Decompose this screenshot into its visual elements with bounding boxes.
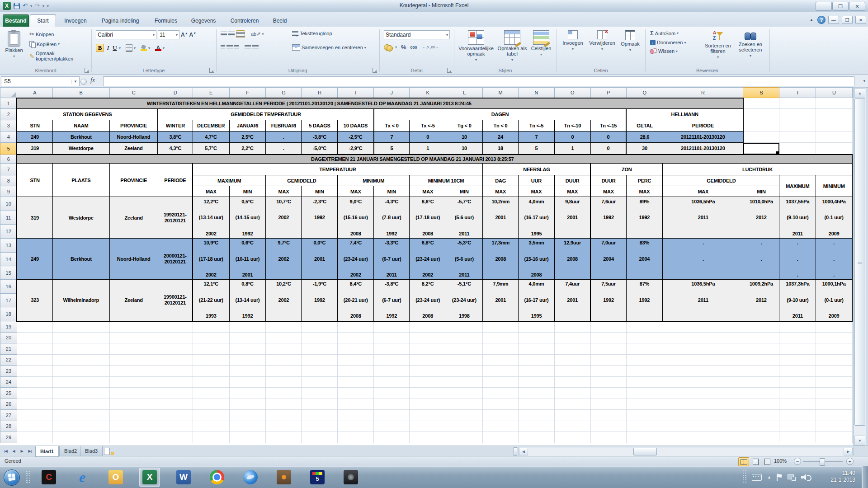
cell[interactable]: 10 — [446, 143, 483, 155]
page-break-view-icon[interactable] — [762, 457, 773, 466]
empty-cell[interactable] — [743, 343, 779, 355]
cell[interactable]: 12,1°C(21-22 uur)1993 — [193, 280, 229, 321]
name-box[interactable]: S5 ▼ — [1, 76, 80, 86]
empty-cell[interactable] — [663, 421, 743, 432]
empty-cell[interactable] — [743, 332, 779, 343]
first-sheet-icon[interactable]: |◀ — [2, 447, 9, 455]
empty-cell[interactable] — [483, 354, 519, 366]
cell[interactable]: 4,3°C — [158, 143, 193, 155]
empty-cell[interactable] — [52, 432, 109, 443]
row-header-17[interactable]: 17 — [0, 294, 17, 307]
cell[interactable]: 0,8°C(13-14 uur)1992 — [229, 280, 266, 321]
delete-cells-button[interactable]: ✕ Verwijderen▾ — [587, 28, 617, 52]
zoom-out-icon[interactable]: − — [794, 458, 801, 465]
lettertype-dialog-launcher-icon[interactable] — [209, 68, 214, 73]
cell[interactable]: Tn <-10 — [554, 120, 590, 131]
cell[interactable]: 10 DAAGS — [338, 120, 374, 131]
row-header-19[interactable]: 19 — [0, 321, 17, 333]
empty-cell[interactable] — [816, 109, 852, 120]
cell[interactable]: Noord-Holland — [109, 239, 158, 280]
empty-cell[interactable] — [483, 321, 519, 333]
empty-cell[interactable] — [193, 376, 229, 388]
selected-cell[interactable] — [743, 143, 779, 155]
empty-cell[interactable] — [554, 321, 590, 333]
cell[interactable]: MAX — [266, 186, 302, 197]
sheet-tab-blad1[interactable]: Blad1 — [35, 446, 59, 457]
column-header-F[interactable]: F — [229, 88, 266, 98]
empty-cell[interactable] — [483, 399, 519, 410]
empty-cell[interactable] — [663, 321, 743, 333]
empty-cell[interactable] — [446, 321, 483, 333]
empty-cell[interactable] — [519, 321, 555, 333]
column-header-I[interactable]: I — [338, 88, 374, 98]
teletekst-icon[interactable] — [307, 468, 327, 486]
empty-cell[interactable] — [663, 354, 743, 366]
cell[interactable]: MIN — [229, 186, 266, 197]
row-header-25[interactable]: 25 — [0, 388, 17, 399]
empty-cell[interactable] — [779, 432, 816, 443]
empty-cell[interactable] — [266, 321, 302, 333]
font-name-combo[interactable]: Calibri▾ — [96, 30, 156, 39]
cell[interactable]: 1 — [554, 143, 590, 155]
cell[interactable]: . — [266, 131, 302, 143]
photo-app-icon[interactable] — [341, 468, 361, 486]
cell[interactable]: ... — [816, 239, 852, 280]
cell[interactable]: 0 — [590, 143, 626, 155]
cell[interactable]: MAX — [483, 186, 519, 197]
number-format-combo[interactable]: Standaard▾ — [384, 30, 450, 39]
clear-button[interactable]: Wissen▾ — [649, 48, 688, 54]
merge-center-button[interactable]: ↔Samenvoegen en centreren▾ — [291, 44, 368, 51]
empty-cell[interactable] — [626, 376, 663, 388]
empty-cell[interactable] — [109, 410, 158, 421]
cell[interactable]: TEMPERATUUR — [193, 164, 483, 175]
cell[interactable]: 7,9mm2001 — [483, 280, 519, 321]
cell[interactable]: MINIMUM — [816, 175, 852, 197]
empty-cell[interactable] — [816, 321, 852, 333]
empty-cell[interactable] — [410, 376, 446, 388]
empty-cell[interactable] — [52, 321, 109, 333]
empty-cell[interactable] — [266, 366, 302, 377]
horizontal-scroll-thumb[interactable] — [633, 448, 657, 455]
paste-button[interactable]: Plakken▾ — [4, 29, 24, 59]
cell[interactable]: 0,6°C(10-11 uur)2001 — [229, 239, 266, 280]
cell[interactable]: 20121101-20130120 — [663, 131, 743, 143]
empty-cell[interactable] — [816, 343, 852, 355]
empty-cell[interactable] — [816, 332, 852, 343]
action-center-flag-icon[interactable] — [777, 474, 782, 481]
cell[interactable]: Tn <-15 — [590, 120, 626, 131]
cell[interactable]: Westdorpe — [52, 143, 109, 155]
empty-cell[interactable] — [193, 410, 229, 421]
show-desktop-button[interactable] — [862, 466, 868, 488]
align-center-icon[interactable] — [226, 44, 233, 49]
empty-cell[interactable] — [519, 432, 555, 443]
cell[interactable]: -3,3°C(6-7 uur)2011 — [374, 239, 410, 280]
empty-cell[interactable] — [590, 388, 626, 399]
empty-cell[interactable] — [302, 332, 338, 343]
empty-cell[interactable] — [816, 376, 852, 388]
empty-cell[interactable] — [17, 354, 52, 366]
empty-cell[interactable] — [266, 410, 302, 421]
empty-cell[interactable] — [266, 421, 302, 432]
cell[interactable]: 8,4°C(20-21 uur)2008 — [338, 280, 374, 321]
cell[interactable]: FEBRUARI — [266, 120, 302, 131]
row-header-9[interactable]: 9 — [0, 186, 17, 197]
column-header-D[interactable]: D — [158, 88, 193, 98]
find-select-button[interactable]: Zoeken en selecteren▾ — [735, 28, 766, 59]
table1-title[interactable]: WINTERSTATISTIEKEN EN HELLMANNGETALLEN P… — [17, 98, 743, 109]
empty-cell[interactable] — [229, 388, 266, 399]
cell[interactable]: 7 — [374, 131, 410, 143]
cell[interactable]: MAX — [663, 186, 743, 197]
cell[interactable]: Zeeland — [109, 197, 158, 239]
empty-cell[interactable] — [338, 321, 374, 333]
empty-cell[interactable] — [483, 366, 519, 377]
cell[interactable]: 5,7°C — [193, 143, 229, 155]
row-header-7[interactable]: 7 — [0, 164, 17, 175]
empty-cell[interactable] — [743, 109, 779, 120]
cell[interactable]: 2,2°C — [229, 143, 266, 155]
empty-cell[interactable] — [410, 399, 446, 410]
cell[interactable]: 7,5uur1992 — [590, 280, 626, 321]
formula-input[interactable] — [103, 76, 854, 86]
empty-cell[interactable] — [410, 388, 446, 399]
empty-cell[interactable] — [590, 321, 626, 333]
empty-cell[interactable] — [158, 343, 193, 355]
